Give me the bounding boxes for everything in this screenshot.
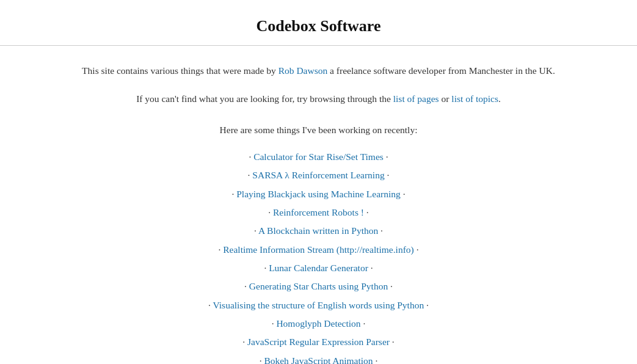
list-item: · Lunar Calendar Generator ·	[264, 260, 373, 276]
site-title: Codebox Software	[12, 17, 625, 35]
list-item: · JavaScript Regular Expression Parser ·	[242, 334, 394, 350]
nav-link-1[interactable]: SARSA λ Reinforcement Learning	[252, 170, 384, 180]
list-item: · Bokeh JavaScript Animation ·	[260, 353, 378, 364]
list-item: · Generating Star Charts using Python ·	[244, 278, 393, 294]
nav-link-5[interactable]: Realtime Information Stream (http://real…	[223, 244, 414, 255]
link-suffix: ·	[368, 263, 373, 273]
link-prefix: ·	[208, 300, 213, 310]
browse-text-between: or	[439, 93, 452, 104]
browse-text-end: .	[498, 93, 501, 104]
working-on-heading: Here are some things I've been working o…	[37, 122, 600, 138]
link-suffix: ·	[373, 355, 378, 364]
nav-link-6[interactable]: Lunar Calendar Generator	[269, 263, 368, 273]
link-suffix: ·	[364, 207, 369, 217]
nav-link-0[interactable]: Calculator for Star Rise/Set Times	[253, 151, 384, 162]
link-suffix: ·	[388, 281, 393, 291]
nav-link-10[interactable]: JavaScript Regular Expression Parser	[247, 337, 390, 347]
link-prefix: ·	[254, 225, 258, 236]
list-item: · Visualising the structure of English w…	[208, 297, 429, 313]
link-prefix: ·	[264, 263, 269, 273]
link-suffix: ·	[361, 318, 366, 329]
nav-link-7[interactable]: Generating Star Charts using Python	[249, 281, 388, 291]
links-list: · Calculator for Star Rise/Set Times ·· …	[37, 149, 600, 364]
link-suffix: ·	[385, 170, 390, 180]
link-suffix: ·	[424, 300, 429, 310]
list-item: · A Blockchain written in Python ·	[254, 223, 383, 239]
list-item: · Reinforcement Robots ! ·	[268, 205, 368, 220]
list-item: · Calculator for Star Rise/Set Times ·	[249, 149, 388, 165]
list-item: · Homoglyph Detection ·	[272, 316, 366, 332]
link-prefix: ·	[244, 281, 249, 291]
nav-link-8[interactable]: Visualising the structure of English wor…	[213, 300, 424, 310]
list-of-pages-link[interactable]: list of pages	[393, 93, 439, 104]
nav-link-4[interactable]: A Blockchain written in Python	[258, 225, 378, 236]
list-of-topics-link[interactable]: list of topics	[451, 93, 498, 104]
link-prefix: ·	[249, 151, 253, 162]
intro-text-after: a freelance software developer from Manc…	[327, 65, 555, 76]
link-prefix: ·	[242, 337, 247, 347]
nav-link-9[interactable]: Homoglyph Detection	[276, 318, 360, 329]
browse-text-before: If you can't find what you are looking f…	[136, 93, 393, 104]
main-content: This site contains various things that w…	[0, 46, 637, 364]
nav-link-2[interactable]: Playing Blackjack using Machine Learning	[236, 189, 401, 199]
link-suffix: ·	[401, 189, 406, 199]
list-item: · Playing Blackjack using Machine Learni…	[231, 186, 405, 202]
link-prefix: ·	[268, 207, 273, 217]
nav-link-11[interactable]: Bokeh JavaScript Animation	[264, 355, 373, 364]
nav-link-3[interactable]: Reinforcement Robots !	[273, 207, 364, 217]
list-item: · Realtime Information Stream (http://re…	[219, 242, 419, 258]
link-suffix: ·	[378, 225, 383, 236]
intro-text-before: This site contains various things that w…	[82, 65, 278, 76]
link-suffix: ·	[390, 337, 395, 347]
intro-paragraph: This site contains various things that w…	[37, 63, 600, 79]
author-link[interactable]: Rob Dawson	[278, 65, 328, 76]
browse-paragraph: If you can't find what you are looking f…	[37, 91, 600, 107]
list-item: · SARSA λ Reinforcement Learning ·	[248, 167, 390, 183]
link-suffix: ·	[414, 244, 419, 255]
link-suffix: ·	[384, 151, 388, 162]
site-header: Codebox Software	[0, 0, 637, 46]
